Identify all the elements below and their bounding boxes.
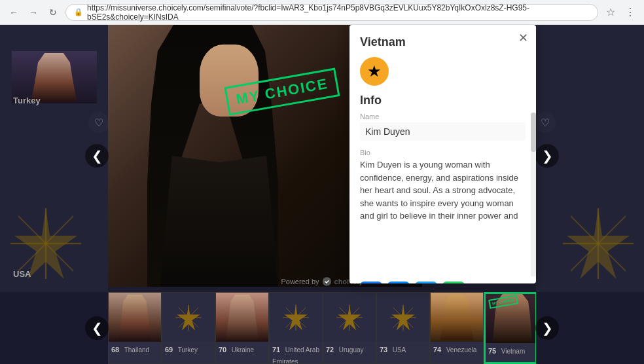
- share-buttons: [349, 276, 536, 283]
- panel-country-title: Vietnam: [360, 35, 406, 49]
- left-country-label: Turkey: [13, 96, 41, 105]
- next-candidate-button[interactable]: ❯: [535, 144, 559, 168]
- cards-container: 68 Thailand 69 Turkey: [108, 292, 536, 364]
- share-facebook-button[interactable]: [360, 282, 382, 283]
- scrollbar-track: [531, 113, 536, 276]
- card-69[interactable]: 69 Turkey: [162, 292, 215, 364]
- cards-strip: ❮ ❯ 68 Thailand 69 Turkey: [0, 292, 644, 364]
- card-68-country: Thailand: [124, 346, 149, 354]
- card-73-country: USA: [393, 346, 406, 354]
- card-75-num: 75: [488, 347, 496, 355]
- card-73[interactable]: 73 USA: [376, 292, 430, 364]
- name-field: Name Kim Duyen: [360, 113, 526, 141]
- card-72-num: 72: [326, 346, 334, 354]
- card-69-num: 69: [165, 346, 173, 354]
- card-73-num: 73: [380, 346, 387, 354]
- cards-next-button[interactable]: ❯: [535, 316, 559, 340]
- name-value: Kim Duyen: [360, 122, 526, 141]
- card-74-num: 74: [433, 346, 441, 354]
- info-scrollable[interactable]: Name Kim Duyen Bio Kim Duyen is a young …: [349, 113, 536, 276]
- refresh-button[interactable]: ↻: [46, 5, 60, 20]
- card-70-num: 70: [219, 346, 226, 354]
- main-content: Turkey USA ♡ ♡ MY CHOICE ★ 1 Vietnam ✕: [0, 25, 644, 364]
- bio-text: Kim Duyen is a young woman with confiden…: [360, 158, 526, 223]
- info-header: Vietnam ✕: [349, 25, 536, 54]
- browser-chrome: ← → ↻ 🔒 https://missuniverse.choicely.co…: [0, 0, 644, 25]
- back-button[interactable]: ←: [7, 5, 21, 20]
- card-71[interactable]: 71 United Arab Emirates: [269, 292, 323, 364]
- card-72[interactable]: 72 Uruguay: [323, 292, 376, 364]
- card-70-country: Ukraine: [232, 346, 254, 354]
- card-74-country: Venezuela: [446, 346, 477, 354]
- url-text: https://missuniverse.choicely.com/semifi…: [87, 3, 590, 22]
- powered-by-text: Powered by: [281, 278, 319, 285]
- bio-field: Bio Kim Duyen is a young woman with conf…: [360, 149, 526, 223]
- card-75-country: Vietnam: [501, 348, 526, 355]
- card-72-country: Uruguay: [339, 346, 364, 354]
- card-71-num: 71: [272, 346, 280, 354]
- svg-point-30: [323, 277, 331, 285]
- name-label: Name: [360, 113, 526, 120]
- cards-prev-button[interactable]: ❮: [85, 316, 109, 340]
- scrollbar-thumb[interactable]: [531, 113, 536, 152]
- card-70[interactable]: 70 Ukraine: [215, 292, 269, 364]
- card-68-num: 68: [111, 346, 119, 354]
- gold-star-right: [559, 204, 637, 285]
- info-label: Info: [349, 91, 536, 113]
- card-75[interactable]: MY CHOICE 75 Vietnam: [484, 292, 536, 364]
- right-country-label: USA: [13, 269, 31, 279]
- forward-button[interactable]: →: [26, 5, 41, 20]
- bio-label: Bio: [360, 149, 526, 156]
- lock-icon: 🔒: [74, 8, 83, 16]
- menu-button[interactable]: ⋮: [623, 5, 637, 20]
- vote-star[interactable]: ★: [360, 57, 389, 86]
- prev-candidate-button[interactable]: ❮: [85, 144, 109, 168]
- info-panel: Vietnam ✕ ★ Info Name Kim Duyen Bio Kim …: [349, 25, 536, 283]
- address-bar[interactable]: 🔒 https://missuniverse.choicely.com/semi…: [65, 4, 598, 21]
- share-whatsapp-button[interactable]: [442, 282, 465, 283]
- card-68[interactable]: 68 Thailand: [108, 292, 162, 364]
- right-favorite-button[interactable]: ♡: [535, 112, 556, 133]
- left-favorite-button[interactable]: ♡: [88, 112, 109, 133]
- close-button[interactable]: ✕: [515, 30, 531, 46]
- card-74[interactable]: 74 Venezuela: [430, 292, 484, 364]
- bookmark-button[interactable]: ☆: [603, 5, 618, 20]
- share-messenger-button[interactable]: [387, 282, 410, 283]
- card-69-country: Turkey: [178, 346, 198, 354]
- share-twitter-button[interactable]: [415, 282, 437, 283]
